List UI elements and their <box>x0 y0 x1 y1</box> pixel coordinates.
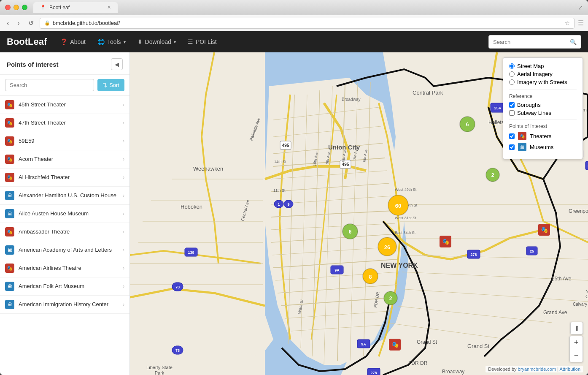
list-item[interactable]: 🏛American Immigration History Center› <box>0 296 129 314</box>
svg-text:495: 495 <box>342 162 349 167</box>
aerial-imagery-option[interactable]: Aerial Imagery <box>509 71 577 77</box>
list-item-arrow-icon: › <box>123 211 124 217</box>
sidebar-title: Points of Interest <box>7 61 59 68</box>
back-button[interactable]: ‹ <box>4 18 11 29</box>
download-nav-item[interactable]: ⬇ Download ▾ <box>132 35 181 49</box>
bookmark-icon[interactable]: ☆ <box>565 20 570 26</box>
app-navbar: BootLeaf ❓ About 🌐 Tools ▾ ⬇ Download ▾ … <box>0 31 588 52</box>
list-item[interactable]: 🏛American Academy of Arts and Letters› <box>0 241 129 259</box>
svg-text:West 31st St: West 31st St <box>395 216 416 220</box>
minimize-button[interactable] <box>13 5 19 10</box>
svg-text:9: 9 <box>287 202 289 207</box>
theaters-legend-row[interactable]: 🎭 Theaters <box>509 132 577 140</box>
list-item[interactable]: 🎭American Airlines Theatre› <box>0 259 129 277</box>
reference-label: Reference <box>509 93 577 99</box>
svg-text:Greenpoint Ave: Greenpoint Ave <box>569 208 588 214</box>
museum-icon: 🏛 <box>5 191 14 200</box>
theaters-checkbox[interactable] <box>509 133 515 139</box>
list-item[interactable]: 🎭Al Hirschfeld Theater› <box>0 168 129 187</box>
svg-text:Park: Park <box>155 370 165 375</box>
compass-button[interactable]: ⬆ <box>570 322 583 334</box>
attribution-link2[interactable]: Attribution <box>559 367 580 372</box>
tools-label: Tools <box>107 38 121 45</box>
list-item[interactable]: 🎭Acorn Theater› <box>0 150 129 168</box>
zoom-controls: + − <box>569 336 583 362</box>
street-map-option[interactable]: Street Map <box>509 63 577 69</box>
list-item[interactable]: 🎭47th Street Theater› <box>0 114 129 132</box>
list-item-name: American Immigration History Center <box>19 301 119 308</box>
svg-text:Cemetery: Cemetery <box>585 294 588 299</box>
museums-icon: 🏛 <box>518 143 526 151</box>
list-item-arrow-icon: › <box>123 247 124 253</box>
boroughs-checkbox[interactable] <box>509 102 515 108</box>
sidebar-search-input[interactable] <box>5 79 94 91</box>
svg-text:11th St: 11th St <box>273 188 286 193</box>
imagery-streets-option[interactable]: Imagery with Streets <box>509 79 577 85</box>
svg-text:78: 78 <box>175 348 180 353</box>
theater-icon: 🎭 <box>5 118 14 128</box>
about-nav-item[interactable]: ❓ About <box>55 35 91 49</box>
boroughs-label: Boroughs <box>517 102 541 108</box>
map-area[interactable]: 495 1 9 495 78 139 278 25A 25 GCP <box>130 52 588 375</box>
forward-button[interactable]: › <box>15 18 22 29</box>
svg-text:Broadway: Broadway <box>342 97 360 102</box>
imagery-streets-label: Imagery with Streets <box>517 79 567 85</box>
svg-text:8: 8 <box>369 274 372 280</box>
svg-text:East 34th St: East 34th St <box>395 231 416 235</box>
tools-nav-item[interactable]: 🌐 Tools ▾ <box>92 35 131 49</box>
list-item[interactable]: 🎭45th Street Theater› <box>0 96 129 114</box>
attribution-link[interactable]: bryanmcbride.com <box>518 367 556 372</box>
list-item-arrow-icon: › <box>123 193 124 198</box>
list-item-arrow-icon: › <box>123 102 124 108</box>
app-body: Points of Interest ◀ ⇅ Sort 🎭45th Street… <box>0 52 588 375</box>
sort-button[interactable]: ⇅ Sort <box>97 79 124 91</box>
list-item-arrow-icon: › <box>123 229 124 235</box>
sidebar-collapse-button[interactable]: ◀ <box>111 58 123 70</box>
museums-legend-row[interactable]: 🏛 Museums <box>509 143 577 151</box>
svg-text:🎭: 🎭 <box>442 238 450 245</box>
svg-text:Weehawken: Weehawken <box>193 166 223 172</box>
museums-checkbox[interactable] <box>509 144 515 150</box>
address-box[interactable]: 🔒 bmcbride.github.io/bootleaf/ ☆ <box>40 18 575 29</box>
sidebar-search-row: ⇅ Sort <box>0 75 129 96</box>
zoom-in-button[interactable]: + <box>570 336 583 349</box>
list-item-arrow-icon: › <box>123 302 124 307</box>
browser-tab[interactable]: 📍 BootLeaf ✕ <box>33 2 118 13</box>
close-button[interactable] <box>5 5 11 10</box>
list-item[interactable]: 🏛Alexander Hamilton U.S. Custom House› <box>0 187 129 205</box>
app-brand[interactable]: BootLeaf <box>7 36 47 47</box>
theater-icon: 🎭 <box>5 264 14 273</box>
poi-list-nav-item[interactable]: ☰ POI List <box>183 35 222 49</box>
nav-search-box[interactable]: 🔍 <box>488 35 581 49</box>
menu-icon[interactable]: ☰ <box>578 19 584 27</box>
zoom-out-button[interactable]: − <box>570 349 583 362</box>
browser-window: 📍 BootLeaf ✕ ⤢ ‹ › ↺ 🔒 bmcbride.github.i… <box>0 0 588 375</box>
nav-search-input[interactable] <box>493 39 566 45</box>
poi-label: Points of Interest <box>509 123 577 129</box>
list-item-name: American Airlines Theatre <box>19 265 119 272</box>
svg-text:6: 6 <box>466 122 469 128</box>
list-item-name: 47th Street Theater <box>19 120 119 127</box>
imagery-streets-radio[interactable] <box>509 79 515 85</box>
aerial-imagery-radio[interactable] <box>509 71 515 77</box>
museum-icon: 🏛 <box>5 245 14 255</box>
list-item-arrow-icon: › <box>123 156 124 162</box>
svg-text:6: 6 <box>349 229 352 235</box>
list-item[interactable]: 🏛American Folk Art Museum› <box>0 277 129 296</box>
subway-checkbox[interactable] <box>509 110 515 116</box>
maximize-button[interactable] <box>22 5 27 10</box>
svg-text:60: 60 <box>395 203 401 209</box>
download-caret-icon: ▾ <box>174 40 176 44</box>
street-map-radio[interactable] <box>509 63 515 69</box>
list-item-arrow-icon: › <box>123 120 124 126</box>
svg-text:78: 78 <box>175 285 180 289</box>
boroughs-option[interactable]: Boroughs <box>509 102 577 108</box>
list-item[interactable]: 🎭Ambassador Theatre› <box>0 223 129 241</box>
svg-text:55th Ave: 55th Ave <box>552 276 572 282</box>
tab-close-button[interactable]: ✕ <box>107 5 111 10</box>
theater-icon: 🎭 <box>5 100 14 109</box>
subway-option[interactable]: Subway Lines <box>509 110 577 116</box>
list-item[interactable]: 🎭59E59› <box>0 132 129 150</box>
list-item[interactable]: 🏛Alice Austen House Museum› <box>0 205 129 223</box>
reload-button[interactable]: ↺ <box>26 17 36 29</box>
